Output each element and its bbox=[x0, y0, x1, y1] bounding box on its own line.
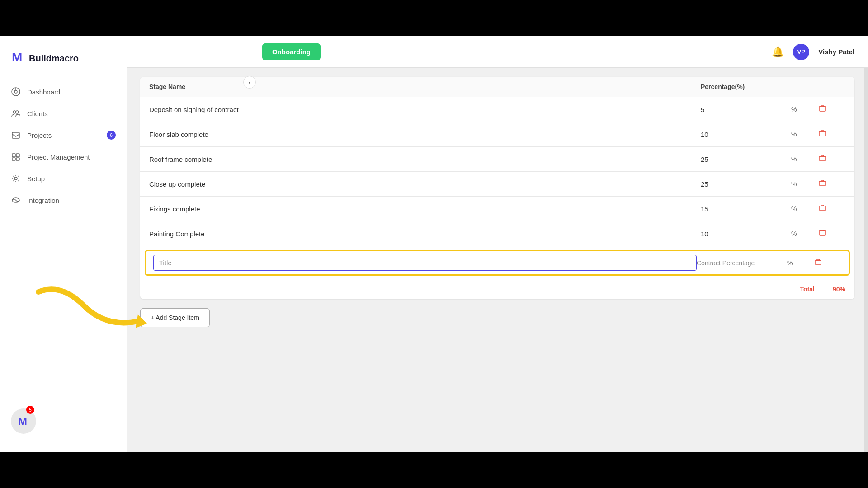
delete-icon-0[interactable] bbox=[818, 104, 845, 114]
sidebar-item-project-management[interactable]: Project Management bbox=[0, 146, 127, 168]
collapse-sidebar-button[interactable]: ‹ bbox=[243, 76, 256, 89]
col-percentage: Percentage(%) bbox=[701, 83, 791, 90]
row-stage-name-5: Painting Complete bbox=[149, 230, 701, 238]
user-name: Vishy Patel bbox=[818, 48, 854, 56]
svg-text:M: M bbox=[12, 50, 22, 64]
row-stage-name-0: Deposit on signing of contract bbox=[149, 106, 701, 113]
svg-rect-16 bbox=[820, 156, 825, 161]
sidebar-item-clients[interactable]: Clients bbox=[0, 103, 127, 124]
table-row: Deposit on signing of contract 5 % bbox=[140, 97, 854, 122]
svg-point-4 bbox=[13, 111, 16, 113]
svg-rect-19 bbox=[820, 231, 825, 235]
row-pct-1: 10 bbox=[701, 131, 791, 138]
svg-point-11 bbox=[14, 177, 17, 180]
delete-icon-4[interactable] bbox=[818, 204, 845, 214]
content-area: Stage Name Percentage(%) Deposit on sign… bbox=[127, 68, 868, 452]
title-input[interactable] bbox=[153, 255, 697, 271]
sidebar-item-projects[interactable]: Projects 6 bbox=[0, 124, 127, 146]
table-row: Roof frame complete 25 % bbox=[140, 147, 854, 172]
percent-icon-3[interactable]: % bbox=[791, 180, 818, 188]
projects-badge: 6 bbox=[107, 131, 116, 140]
input-row-highlighted: Contract Percentage % bbox=[145, 250, 850, 276]
table-row: Fixings complete 15 % bbox=[140, 197, 854, 221]
table-row: Close up complete 25 % bbox=[140, 172, 854, 197]
delete-icon-2[interactable] bbox=[818, 154, 845, 164]
svg-rect-8 bbox=[16, 154, 19, 157]
avatar: VP bbox=[793, 44, 809, 60]
sidebar-item-label-clients: Clients bbox=[27, 110, 48, 117]
pm-icon bbox=[11, 152, 21, 162]
header: Onboarding 🔔 VP Vishy Patel bbox=[127, 36, 868, 68]
col-actions-del bbox=[818, 83, 845, 90]
svg-point-2 bbox=[14, 90, 17, 93]
main-content: Onboarding 🔔 VP Vishy Patel ‹ Stage Name… bbox=[127, 36, 868, 452]
percent-icon-input[interactable]: % bbox=[787, 259, 814, 267]
delete-icon-input[interactable] bbox=[814, 258, 841, 268]
add-stage-button[interactable]: + Add Stage Item bbox=[140, 308, 210, 327]
onboarding-button[interactable]: Onboarding bbox=[262, 43, 321, 60]
sidebar-item-integration[interactable]: Integration bbox=[0, 189, 127, 211]
svg-rect-6 bbox=[12, 132, 19, 138]
delete-icon-1[interactable] bbox=[818, 129, 845, 139]
sidebar-item-setup[interactable]: Setup bbox=[0, 168, 127, 189]
bell-icon[interactable]: 🔔 bbox=[772, 46, 784, 58]
contract-pct-label: Contract Percentage bbox=[697, 259, 787, 267]
percent-icon-4[interactable]: % bbox=[791, 205, 818, 212]
row-stage-name-2: Roof frame complete bbox=[149, 155, 701, 163]
bottom-badge: 5 bbox=[26, 406, 34, 414]
sidebar-item-dashboard[interactable]: Dashboard bbox=[0, 81, 127, 103]
header-right: 🔔 VP Vishy Patel bbox=[772, 44, 854, 60]
percent-icon-2[interactable]: % bbox=[791, 155, 818, 163]
svg-rect-14 bbox=[820, 107, 825, 111]
sidebar: M Buildmacro Dashboard bbox=[0, 36, 127, 452]
bottom-logo-area: M 5 bbox=[0, 399, 127, 443]
sidebar-item-label-pm: Project Management bbox=[27, 153, 90, 161]
sidebar-item-label-projects: Projects bbox=[27, 131, 52, 139]
percent-icon-1[interactable]: % bbox=[791, 131, 818, 138]
input-row-container: Contract Percentage % bbox=[140, 246, 854, 279]
row-pct-2: 25 bbox=[701, 155, 791, 163]
total-value: 90% bbox=[833, 286, 845, 293]
svg-rect-18 bbox=[820, 206, 825, 211]
chevron-left-icon: ‹ bbox=[249, 79, 251, 86]
dashboard-icon bbox=[11, 87, 21, 97]
delete-icon-5[interactable] bbox=[818, 229, 845, 239]
total-label: Total bbox=[800, 286, 815, 293]
sidebar-item-label-dashboard: Dashboard bbox=[27, 88, 60, 96]
row-pct-5: 10 bbox=[701, 230, 791, 238]
svg-rect-9 bbox=[12, 158, 15, 160]
svg-rect-10 bbox=[16, 158, 19, 160]
delete-icon-3[interactable] bbox=[818, 179, 845, 189]
percent-icon-5[interactable]: % bbox=[791, 230, 818, 237]
svg-point-5 bbox=[16, 111, 19, 113]
svg-rect-17 bbox=[820, 181, 825, 186]
row-pct-4: 15 bbox=[701, 205, 791, 213]
sidebar-nav: Dashboard Clients bbox=[0, 81, 127, 211]
sidebar-item-label-setup: Setup bbox=[27, 175, 45, 183]
app-name: Buildmacro bbox=[29, 53, 79, 64]
svg-rect-15 bbox=[820, 131, 825, 136]
header-left: Onboarding bbox=[262, 43, 764, 60]
row-stage-name-1: Floor slab complete bbox=[149, 131, 701, 138]
svg-rect-20 bbox=[816, 260, 821, 265]
integration-icon bbox=[11, 195, 21, 205]
table-row: Painting Complete 10 % bbox=[140, 221, 854, 246]
svg-text:M: M bbox=[18, 415, 27, 427]
projects-icon bbox=[11, 130, 21, 140]
clients-icon bbox=[11, 108, 21, 118]
sidebar-item-label-integration: Integration bbox=[27, 197, 59, 204]
stage-table: Stage Name Percentage(%) Deposit on sign… bbox=[140, 77, 854, 299]
row-pct-0: 5 bbox=[701, 106, 791, 113]
logo-icon: M bbox=[11, 50, 25, 67]
setup-icon bbox=[11, 174, 21, 183]
total-row: Total 90% bbox=[140, 279, 854, 299]
col-actions-pct bbox=[791, 83, 818, 90]
percent-icon-0[interactable]: % bbox=[791, 106, 818, 113]
row-stage-name-4: Fixings complete bbox=[149, 205, 701, 213]
scrollbar[interactable] bbox=[864, 68, 868, 452]
row-pct-3: 25 bbox=[701, 180, 791, 188]
logo-area: M Buildmacro bbox=[0, 45, 127, 81]
svg-rect-7 bbox=[12, 154, 15, 157]
row-stage-name-3: Close up complete bbox=[149, 180, 701, 188]
table-row: Floor slab complete 10 % bbox=[140, 122, 854, 147]
